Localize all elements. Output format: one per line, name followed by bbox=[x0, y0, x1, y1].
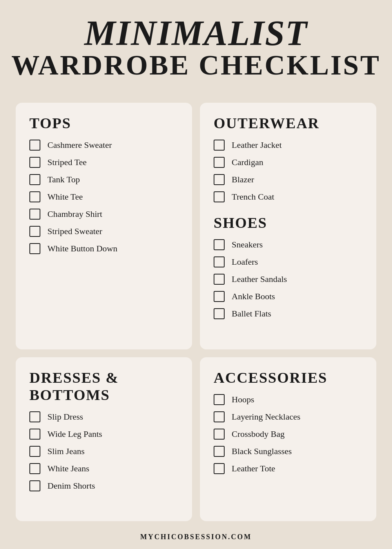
dresses-card: DRESSES & BOTTOMS Slip Dress Wide Leg Pa… bbox=[16, 357, 192, 522]
item-label: Wide Leg Pants bbox=[47, 429, 102, 439]
checkbox[interactable] bbox=[214, 174, 225, 185]
footer-label: MYCHICOBSESSION.COM bbox=[140, 533, 252, 541]
item-label: Leather Jacket bbox=[232, 140, 282, 150]
checkbox[interactable] bbox=[214, 191, 225, 202]
list-item[interactable]: Layering Necklaces bbox=[214, 411, 363, 422]
item-label: Slip Dress bbox=[47, 412, 83, 422]
checkbox[interactable] bbox=[214, 411, 225, 422]
item-label: Sneakers bbox=[232, 240, 263, 250]
item-label: Hoops bbox=[232, 394, 254, 405]
list-item[interactable]: Trench Coat bbox=[214, 191, 363, 202]
list-item[interactable]: Striped Tee bbox=[29, 157, 178, 168]
item-label: Crossbody Bag bbox=[232, 429, 285, 439]
tops-card: TOPS Cashmere Sweater Striped Tee Tank T… bbox=[16, 103, 192, 349]
item-label: Striped Tee bbox=[47, 157, 87, 167]
item-label: Slim Jeans bbox=[47, 446, 85, 456]
checkbox[interactable] bbox=[29, 209, 40, 220]
list-item[interactable]: Leather Tote bbox=[214, 463, 363, 474]
list-item[interactable]: Cardigan bbox=[214, 157, 363, 168]
item-label: Leather Tote bbox=[232, 464, 275, 474]
checkbox[interactable] bbox=[214, 291, 225, 302]
item-label: Layering Necklaces bbox=[232, 412, 300, 422]
checkbox[interactable] bbox=[214, 394, 225, 405]
checkbox[interactable] bbox=[29, 174, 40, 185]
item-label: Ankle Boots bbox=[232, 291, 275, 302]
list-item[interactable]: Blazer bbox=[214, 174, 363, 185]
outerwear-title: OUTERWEAR bbox=[214, 115, 363, 132]
list-item[interactable]: Striped Sweater bbox=[29, 226, 178, 237]
list-item[interactable]: Black Sunglasses bbox=[214, 446, 363, 457]
list-item[interactable]: Hoops bbox=[214, 394, 363, 405]
checkbox[interactable] bbox=[214, 239, 225, 250]
checkbox[interactable] bbox=[29, 140, 40, 151]
list-item[interactable]: Slim Jeans bbox=[29, 446, 178, 457]
item-label: Loafers bbox=[232, 257, 258, 267]
item-label: Tank Top bbox=[47, 175, 80, 185]
checkbox[interactable] bbox=[29, 463, 40, 474]
checkbox[interactable] bbox=[214, 429, 225, 440]
item-label: Trench Coat bbox=[232, 192, 274, 202]
page-header: MINIMALIST WARDROBE CHECKLIST bbox=[0, 0, 392, 91]
checkbox[interactable] bbox=[214, 256, 225, 267]
checkbox[interactable] bbox=[29, 480, 40, 491]
list-item[interactable]: Loafers bbox=[214, 256, 363, 267]
list-item[interactable]: Sneakers bbox=[214, 239, 363, 250]
checkbox[interactable] bbox=[29, 429, 40, 440]
checkbox[interactable] bbox=[29, 191, 40, 202]
list-item[interactable]: Cashmere Sweater bbox=[29, 140, 178, 151]
list-item[interactable]: White Tee bbox=[29, 191, 178, 202]
checkbox[interactable] bbox=[29, 243, 40, 254]
checkbox[interactable] bbox=[214, 157, 225, 168]
outerwear-card: OUTERWEAR Leather Jacket Cardigan Blazer… bbox=[200, 103, 376, 349]
item-label: Black Sunglasses bbox=[232, 446, 292, 456]
accessories-card: ACCESSORIES Hoops Layering Necklaces Cro… bbox=[200, 357, 376, 522]
checkbox[interactable] bbox=[214, 274, 225, 285]
item-label: Blazer bbox=[232, 175, 254, 185]
list-item[interactable]: Ankle Boots bbox=[214, 291, 363, 302]
list-item[interactable]: Slip Dress bbox=[29, 411, 178, 422]
list-item[interactable]: Wide Leg Pants bbox=[29, 429, 178, 440]
list-item[interactable]: Denim Shorts bbox=[29, 480, 178, 491]
list-item[interactable]: White Jeans bbox=[29, 463, 178, 474]
list-item[interactable]: Leather Sandals bbox=[214, 274, 363, 285]
item-label: White Button Down bbox=[47, 244, 117, 254]
list-item[interactable]: Tank Top bbox=[29, 174, 178, 185]
checkbox[interactable] bbox=[29, 411, 40, 422]
checkbox[interactable] bbox=[214, 140, 225, 151]
footer: MYCHICOBSESSION.COM bbox=[0, 521, 392, 549]
content-grid: TOPS Cashmere Sweater Striped Tee Tank T… bbox=[16, 103, 376, 521]
item-label: Striped Sweater bbox=[47, 226, 102, 236]
tops-title: TOPS bbox=[29, 115, 178, 132]
item-label: Cashmere Sweater bbox=[47, 140, 112, 150]
item-label: Chambray Shirt bbox=[47, 209, 102, 219]
accessories-title: ACCESSORIES bbox=[214, 369, 363, 386]
list-item[interactable]: Leather Jacket bbox=[214, 140, 363, 151]
checkbox[interactable] bbox=[214, 446, 225, 457]
item-label: White Tee bbox=[47, 192, 83, 202]
shoes-title: SHOES bbox=[214, 214, 363, 231]
checkbox[interactable] bbox=[29, 157, 40, 168]
title-line2: WARDROBE CHECKLIST bbox=[8, 51, 384, 79]
list-item[interactable]: White Button Down bbox=[29, 243, 178, 254]
list-item[interactable]: Chambray Shirt bbox=[29, 209, 178, 220]
item-label: Leather Sandals bbox=[232, 274, 287, 284]
list-item[interactable]: Crossbody Bag bbox=[214, 429, 363, 440]
checkbox[interactable] bbox=[214, 308, 225, 319]
item-label: Cardigan bbox=[232, 157, 263, 167]
item-label: White Jeans bbox=[47, 464, 89, 474]
item-label: Denim Shorts bbox=[47, 481, 95, 491]
checkbox[interactable] bbox=[29, 446, 40, 457]
checkbox[interactable] bbox=[214, 463, 225, 474]
title-line1: MINIMALIST bbox=[8, 16, 384, 51]
list-item[interactable]: Ballet Flats bbox=[214, 308, 363, 319]
item-label: Ballet Flats bbox=[232, 309, 271, 319]
checkbox[interactable] bbox=[29, 226, 40, 237]
dresses-title: DRESSES & BOTTOMS bbox=[29, 369, 178, 404]
